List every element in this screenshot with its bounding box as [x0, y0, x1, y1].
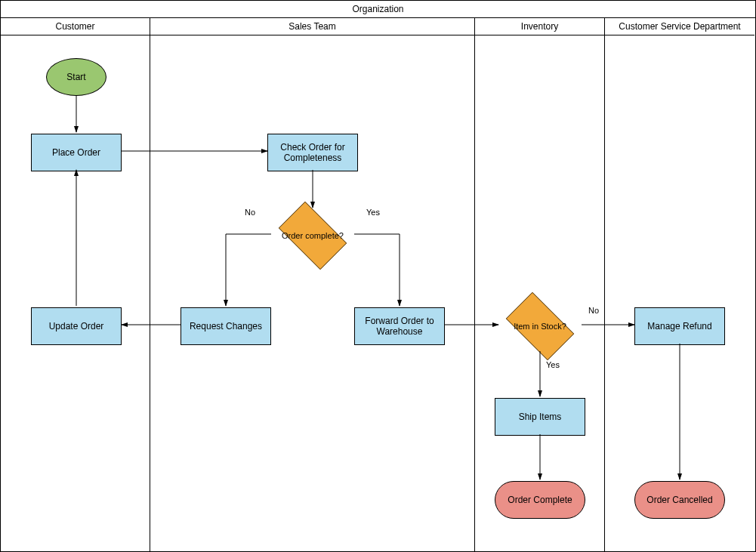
node-start: Start	[46, 58, 106, 96]
node-ship-items: Ship Items	[495, 398, 585, 436]
node-update-order: Update Order	[31, 307, 122, 345]
node-manage-refund: Manage Refund	[634, 307, 725, 345]
node-order-cancelled: Order Cancelled	[634, 481, 725, 519]
node-order-complete: Order Complete	[495, 481, 585, 519]
node-request-changes-label: Request Changes	[190, 321, 262, 332]
lane-sales-header: Sales Team	[150, 18, 474, 35]
node-order-complete-q-label: Order complete?	[271, 209, 354, 262]
edge-label-no-1: No	[245, 208, 255, 217]
node-order-cancelled-label: Order Cancelled	[646, 495, 712, 505]
node-place-order-label: Place Order	[52, 147, 100, 158]
node-ship-items-label: Ship Items	[519, 412, 562, 422]
lane-csd-body: Manage Refund Order Cancelled	[605, 35, 754, 552]
lane-csd-header: Customer Service Department	[605, 18, 754, 35]
node-check-order-label: Check Order for Completeness	[280, 142, 344, 163]
diagram-title: Organization	[1, 1, 755, 18]
edge-label-no-2: No	[588, 306, 599, 315]
node-place-order: Place Order	[31, 134, 122, 171]
lane-csd: Customer Service Department Manage Refun…	[605, 18, 754, 552]
lane-customer-header: Customer	[1, 18, 150, 35]
node-manage-refund-label: Manage Refund	[647, 321, 711, 332]
lane-customer-body: Start Place Order Update Order	[1, 35, 150, 552]
lanes-container: Customer Start Place Order Update Order …	[1, 18, 755, 552]
edge-label-yes-2: Yes	[546, 360, 560, 369]
node-item-in-stock-q: Item in Stock?	[498, 300, 582, 353]
node-item-in-stock-q-label: Item in Stock?	[498, 300, 582, 353]
node-order-complete-q: Order complete?	[271, 209, 354, 262]
node-request-changes: Request Changes	[181, 307, 271, 345]
node-update-order-label: Update Order	[49, 321, 104, 332]
node-order-complete-label: Order Complete	[508, 495, 572, 505]
node-start-label: Start	[66, 72, 85, 82]
lane-inventory: Inventory Item in Stock? Ship Items Orde…	[475, 18, 605, 552]
lane-sales-body: Check Order for Completeness Order compl…	[150, 35, 474, 552]
lane-inventory-body: Item in Stock? Ship Items Order Complete…	[475, 35, 604, 552]
node-forward-order-label: Forward Order to Warehouse	[365, 316, 434, 337]
node-check-order: Check Order for Completeness	[267, 134, 358, 171]
lane-sales: Sales Team Check Order for Completeness …	[150, 18, 475, 552]
node-forward-order: Forward Order to Warehouse	[354, 307, 445, 345]
lane-inventory-header: Inventory	[475, 18, 604, 35]
swimlane-diagram: Organization Customer Start Place Order …	[0, 0, 756, 552]
edge-label-yes-1: Yes	[366, 208, 380, 217]
lane-customer: Customer Start Place Order Update Order	[1, 18, 150, 552]
